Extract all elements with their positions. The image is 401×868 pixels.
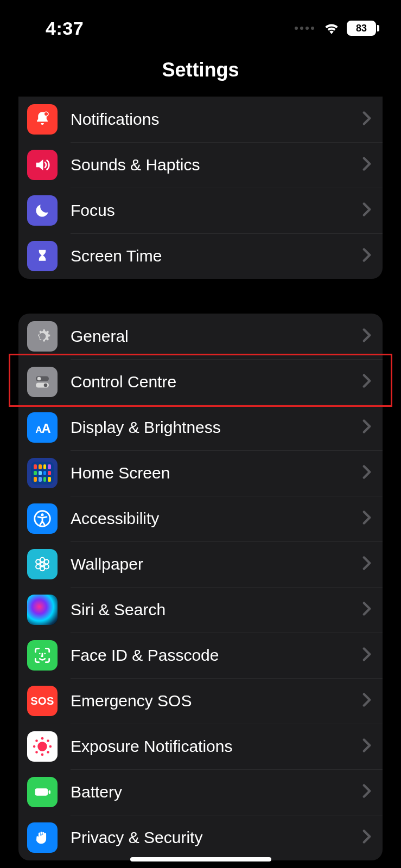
accessibility-icon (27, 503, 58, 534)
speaker-icon (27, 150, 58, 180)
chevron-right-icon (362, 373, 372, 391)
battery-level: 83 (356, 23, 367, 34)
row-general[interactable]: General (18, 314, 383, 359)
svg-point-23 (49, 745, 52, 748)
chevron-right-icon (362, 419, 372, 436)
toggles-icon (27, 367, 58, 397)
chevron-right-icon (362, 111, 372, 128)
moon-icon (27, 195, 58, 226)
row-privacy-security[interactable]: Privacy & Security (18, 815, 383, 860)
svg-point-16 (44, 564, 49, 569)
svg-rect-29 (49, 790, 50, 794)
svg-point-25 (47, 739, 49, 742)
svg-text:A: A (41, 421, 50, 436)
chevron-right-icon (362, 556, 372, 573)
home-indicator[interactable] (130, 857, 271, 861)
chevron-right-icon (362, 783, 372, 801)
svg-point-13 (36, 559, 40, 564)
sos-text: SOS (30, 695, 54, 707)
row-label: Sounds & Haptics (71, 156, 362, 174)
row-label: Face ID & Passcode (71, 646, 362, 665)
bell-icon (27, 104, 58, 135)
row-control-centre[interactable]: Control Centre (18, 359, 383, 405)
row-emergency-sos[interactable]: SOS Emergency SOS (18, 678, 383, 724)
svg-point-24 (35, 739, 38, 742)
row-battery[interactable]: Battery (18, 769, 383, 815)
status-bar: 4:37 83 (0, 0, 401, 43)
chevron-right-icon (362, 692, 372, 710)
svg-point-15 (36, 564, 40, 569)
row-notifications[interactable]: Notifications (18, 97, 383, 142)
row-label: Exposure Notifications (71, 737, 362, 756)
svg-point-1 (44, 112, 48, 116)
settings-group-2: General Control Centre A A Display & Bri… (18, 314, 383, 860)
svg-point-26 (35, 751, 38, 754)
chevron-right-icon (362, 601, 372, 618)
face-id-icon (27, 640, 58, 671)
chevron-right-icon (362, 328, 372, 345)
row-face-id[interactable]: Face ID & Passcode (18, 633, 383, 678)
row-siri-search[interactable]: Siri & Search (18, 587, 383, 633)
row-sounds-haptics[interactable]: Sounds & Haptics (18, 142, 383, 188)
svg-point-5 (44, 384, 48, 387)
chevron-right-icon (362, 738, 372, 755)
svg-point-22 (33, 745, 36, 748)
row-focus[interactable]: Focus (18, 188, 383, 233)
row-home-screen[interactable]: Home Screen (18, 450, 383, 496)
siri-icon (27, 595, 58, 625)
row-label: Emergency SOS (71, 692, 362, 710)
chevron-right-icon (362, 647, 372, 664)
chevron-right-icon (362, 202, 372, 219)
row-label: Display & Brightness (71, 418, 362, 437)
chevron-right-icon (362, 156, 372, 174)
status-right: 83 (295, 21, 379, 36)
sos-icon: SOS (27, 686, 58, 716)
svg-point-21 (41, 754, 44, 756)
row-exposure-notifications[interactable]: Exposure Notifications (18, 724, 383, 769)
row-label: Focus (71, 201, 362, 220)
svg-rect-28 (35, 788, 48, 795)
row-screen-time[interactable]: Screen Time (18, 233, 383, 279)
row-label: Battery (71, 783, 362, 801)
svg-point-9 (41, 513, 43, 516)
flower-icon (27, 549, 58, 579)
svg-point-18 (44, 653, 46, 654)
text-size-icon: A A (27, 412, 58, 443)
battery-indicator: 83 (347, 21, 379, 36)
pagination-dots-icon (295, 27, 314, 30)
row-label: General (71, 327, 362, 346)
page-title: Settings (0, 43, 401, 97)
svg-point-3 (37, 377, 41, 381)
svg-point-19 (37, 742, 47, 751)
svg-point-20 (41, 737, 44, 740)
row-wallpaper[interactable]: Wallpaper (18, 541, 383, 587)
app-grid-icon (27, 458, 58, 488)
row-label: Accessibility (71, 509, 362, 528)
row-accessibility[interactable]: Accessibility (18, 496, 383, 541)
chevron-right-icon (362, 247, 372, 265)
battery-icon (27, 777, 58, 807)
row-label: Privacy & Security (71, 828, 362, 847)
row-label: Wallpaper (71, 555, 362, 573)
row-label: Control Centre (71, 373, 362, 391)
exposure-icon (27, 731, 58, 762)
status-time: 4:37 (22, 18, 84, 39)
svg-point-14 (44, 559, 49, 564)
settings-group-1: Notifications Sounds & Haptics Focus (18, 97, 383, 279)
chevron-right-icon (362, 829, 372, 846)
gear-icon (27, 321, 58, 352)
row-label: Home Screen (71, 464, 362, 482)
svg-point-27 (47, 751, 49, 754)
hand-icon (27, 822, 58, 853)
row-display-brightness[interactable]: A A Display & Brightness (18, 405, 383, 450)
wifi-icon (323, 22, 340, 35)
hourglass-icon (27, 241, 58, 271)
chevron-right-icon (362, 510, 372, 527)
row-label: Screen Time (71, 247, 362, 265)
chevron-right-icon (362, 464, 372, 482)
svg-point-17 (39, 653, 41, 654)
svg-point-10 (41, 563, 44, 566)
row-label: Siri & Search (71, 601, 362, 619)
row-label: Notifications (71, 110, 362, 129)
